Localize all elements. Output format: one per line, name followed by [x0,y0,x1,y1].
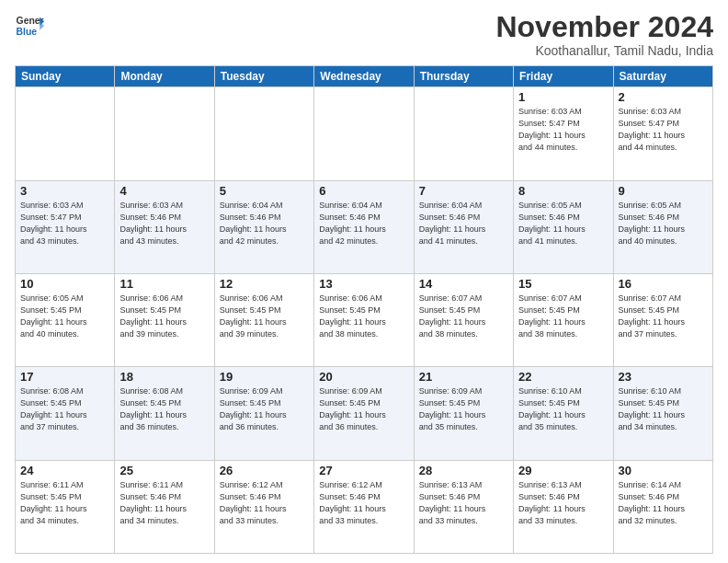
calendar-cell: 20Sunrise: 6:09 AM Sunset: 5:45 PM Dayli… [314,367,414,460]
calendar-cell: 13Sunrise: 6:06 AM Sunset: 5:45 PM Dayli… [314,273,414,366]
calendar-cell: 15Sunrise: 6:07 AM Sunset: 5:45 PM Dayli… [514,273,613,366]
day-info: Sunrise: 6:10 AM Sunset: 5:45 PM Dayligh… [619,385,708,433]
day-info: Sunrise: 6:09 AM Sunset: 5:45 PM Dayligh… [220,385,309,433]
th-saturday: Saturday [613,66,712,87]
calendar-cell: 11Sunrise: 6:06 AM Sunset: 5:45 PM Dayli… [115,273,214,366]
day-number: 7 [419,184,508,198]
day-number: 8 [518,184,608,198]
calendar-cell: 5Sunrise: 6:04 AM Sunset: 5:46 PM Daylig… [214,180,313,273]
th-tuesday: Tuesday [214,66,313,87]
day-info: Sunrise: 6:13 AM Sunset: 5:46 PM Dayligh… [518,479,608,527]
day-number: 14 [419,277,508,291]
week-row-5: 24Sunrise: 6:11 AM Sunset: 5:45 PM Dayli… [16,460,713,553]
day-number: 12 [220,277,309,291]
day-info: Sunrise: 6:05 AM Sunset: 5:46 PM Dayligh… [619,200,708,247]
calendar-cell: 19Sunrise: 6:09 AM Sunset: 5:45 PM Dayli… [214,367,313,460]
th-friday: Friday [514,66,613,87]
week-row-2: 3Sunrise: 6:03 AM Sunset: 5:47 PM Daylig… [16,180,713,273]
day-number: 22 [518,370,608,384]
day-info: Sunrise: 6:05 AM Sunset: 5:46 PM Dayligh… [518,200,608,247]
day-info: Sunrise: 6:03 AM Sunset: 5:47 PM Dayligh… [518,106,608,154]
day-number: 11 [119,277,209,291]
day-number: 16 [619,277,708,291]
month-title: November 2024 [495,11,713,43]
calendar-cell: 29Sunrise: 6:13 AM Sunset: 5:46 PM Dayli… [514,460,613,553]
calendar-cell: 3Sunrise: 6:03 AM Sunset: 5:47 PM Daylig… [16,180,115,273]
header: General Blue November 2024 Koothanallur,… [15,11,713,58]
day-number: 10 [20,277,109,291]
day-info: Sunrise: 6:04 AM Sunset: 5:46 PM Dayligh… [220,200,309,247]
day-info: Sunrise: 6:07 AM Sunset: 5:45 PM Dayligh… [518,293,608,340]
day-number: 26 [220,464,309,477]
day-info: Sunrise: 6:07 AM Sunset: 5:45 PM Dayligh… [619,293,708,340]
day-number: 30 [619,464,708,477]
day-number: 13 [319,277,408,291]
logo: General Blue [15,11,44,40]
calendar-cell: 18Sunrise: 6:08 AM Sunset: 5:45 PM Dayli… [115,367,214,460]
calendar-cell: 21Sunrise: 6:09 AM Sunset: 5:45 PM Dayli… [414,367,513,460]
day-info: Sunrise: 6:08 AM Sunset: 5:45 PM Dayligh… [119,385,209,433]
page: General Blue November 2024 Koothanallur,… [0,0,728,563]
calendar-table: Sunday Monday Tuesday Wednesday Thursday… [15,65,713,554]
calendar-cell [414,87,513,180]
day-info: Sunrise: 6:03 AM Sunset: 5:47 PM Dayligh… [20,200,109,247]
calendar-cell: 4Sunrise: 6:03 AM Sunset: 5:46 PM Daylig… [115,180,214,273]
day-number: 24 [20,464,109,477]
th-wednesday: Wednesday [314,66,414,87]
th-monday: Monday [115,66,214,87]
day-info: Sunrise: 6:05 AM Sunset: 5:45 PM Dayligh… [20,293,109,340]
day-number: 20 [319,370,408,384]
calendar-cell [115,87,214,180]
day-number: 21 [419,370,508,384]
calendar-cell: 26Sunrise: 6:12 AM Sunset: 5:46 PM Dayli… [214,460,313,553]
day-number: 17 [20,370,109,384]
day-info: Sunrise: 6:12 AM Sunset: 5:46 PM Dayligh… [220,479,309,527]
calendar-header: Sunday Monday Tuesday Wednesday Thursday… [16,66,713,87]
calendar-cell: 30Sunrise: 6:14 AM Sunset: 5:46 PM Dayli… [613,460,712,553]
day-number: 2 [619,90,708,104]
calendar-cell [16,87,115,180]
day-info: Sunrise: 6:10 AM Sunset: 5:45 PM Dayligh… [518,385,608,433]
calendar-cell: 1Sunrise: 6:03 AM Sunset: 5:47 PM Daylig… [514,87,613,180]
svg-text:Blue: Blue [17,27,38,37]
day-number: 9 [619,184,708,198]
calendar-cell: 14Sunrise: 6:07 AM Sunset: 5:45 PM Dayli… [414,273,513,366]
calendar-cell: 2Sunrise: 6:03 AM Sunset: 5:47 PM Daylig… [613,87,712,180]
day-info: Sunrise: 6:04 AM Sunset: 5:46 PM Dayligh… [319,200,408,247]
calendar-cell: 17Sunrise: 6:08 AM Sunset: 5:45 PM Dayli… [16,367,115,460]
header-row: Sunday Monday Tuesday Wednesday Thursday… [16,66,713,87]
calendar-cell: 6Sunrise: 6:04 AM Sunset: 5:46 PM Daylig… [314,180,414,273]
calendar-body: 1Sunrise: 6:03 AM Sunset: 5:47 PM Daylig… [16,87,713,554]
calendar-cell: 28Sunrise: 6:13 AM Sunset: 5:46 PM Dayli… [414,460,513,553]
calendar-cell [314,87,414,180]
week-row-1: 1Sunrise: 6:03 AM Sunset: 5:47 PM Daylig… [16,87,713,180]
day-number: 4 [119,184,209,198]
day-number: 29 [518,464,608,477]
day-info: Sunrise: 6:04 AM Sunset: 5:46 PM Dayligh… [419,200,508,247]
day-info: Sunrise: 6:08 AM Sunset: 5:45 PM Dayligh… [20,385,109,433]
day-info: Sunrise: 6:11 AM Sunset: 5:46 PM Dayligh… [119,479,209,527]
day-info: Sunrise: 6:09 AM Sunset: 5:45 PM Dayligh… [419,385,508,433]
day-info: Sunrise: 6:06 AM Sunset: 5:45 PM Dayligh… [119,293,209,340]
day-number: 25 [119,464,209,477]
logo-icon: General Blue [15,11,44,40]
week-row-3: 10Sunrise: 6:05 AM Sunset: 5:45 PM Dayli… [16,273,713,366]
day-number: 5 [220,184,309,198]
calendar-cell: 23Sunrise: 6:10 AM Sunset: 5:45 PM Dayli… [613,367,712,460]
day-info: Sunrise: 6:07 AM Sunset: 5:45 PM Dayligh… [419,293,508,340]
calendar-cell: 27Sunrise: 6:12 AM Sunset: 5:46 PM Dayli… [314,460,414,553]
day-info: Sunrise: 6:12 AM Sunset: 5:46 PM Dayligh… [319,479,408,527]
title-block: November 2024 Koothanallur, Tamil Nadu, … [495,11,713,58]
location: Koothanallur, Tamil Nadu, India [495,43,713,58]
day-number: 3 [20,184,109,198]
calendar-cell: 7Sunrise: 6:04 AM Sunset: 5:46 PM Daylig… [414,180,513,273]
day-info: Sunrise: 6:14 AM Sunset: 5:46 PM Dayligh… [619,479,708,527]
calendar-cell: 25Sunrise: 6:11 AM Sunset: 5:46 PM Dayli… [115,460,214,553]
calendar-cell: 9Sunrise: 6:05 AM Sunset: 5:46 PM Daylig… [613,180,712,273]
day-number: 1 [518,90,608,104]
calendar-cell: 8Sunrise: 6:05 AM Sunset: 5:46 PM Daylig… [514,180,613,273]
calendar-cell: 16Sunrise: 6:07 AM Sunset: 5:45 PM Dayli… [613,273,712,366]
calendar-cell: 22Sunrise: 6:10 AM Sunset: 5:45 PM Dayli… [514,367,613,460]
day-number: 19 [220,370,309,384]
day-info: Sunrise: 6:09 AM Sunset: 5:45 PM Dayligh… [319,385,408,433]
